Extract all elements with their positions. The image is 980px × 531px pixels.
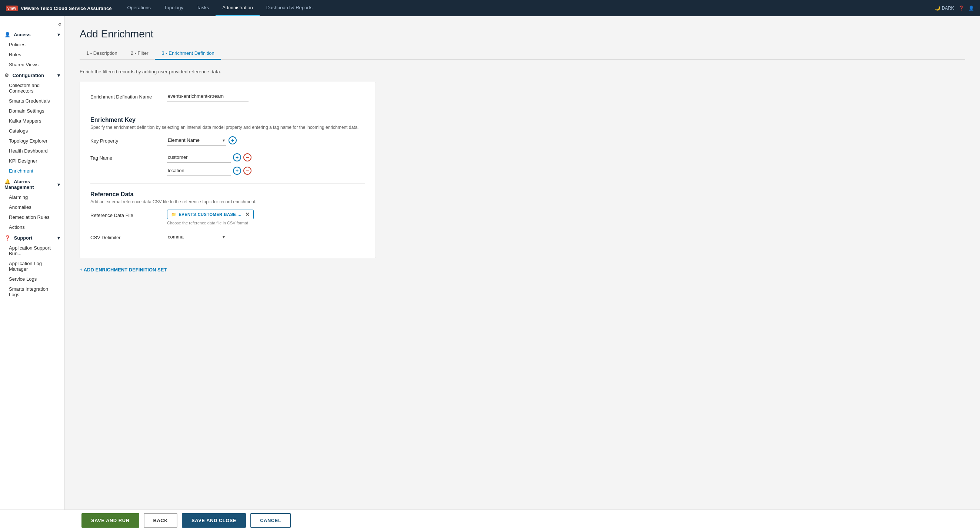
- dark-mode-toggle[interactable]: 🌙 DARK: [935, 6, 954, 11]
- sidebar-item-alarming[interactable]: Alarming: [0, 192, 64, 202]
- wizard-tabs: 1 - Description 2 - Filter 3 - Enrichmen…: [80, 48, 965, 60]
- back-button[interactable]: BACK: [144, 513, 178, 528]
- file-hint-text: Choose the reference data file in CSV fo…: [167, 221, 254, 225]
- sidebar-item-app-log-manager[interactable]: Application Log Manager: [0, 259, 64, 274]
- enrichment-key-desc: Specify the enrichment definition by sel…: [91, 125, 365, 130]
- config-chevron: ▾: [57, 73, 60, 78]
- top-navigation: vmw VMware Telco Cloud Service Assurance…: [0, 0, 980, 16]
- sidebar-item-health-dashboard[interactable]: Health Dashboard: [0, 146, 64, 156]
- key-property-select[interactable]: Element Name Element Type Source Severit…: [167, 135, 226, 146]
- reference-data-file-row: Reference Data File 📁 EVENTS-CUSTOMER-BA…: [91, 210, 365, 225]
- sidebar-item-topology-explorer[interactable]: Topology Explorer: [0, 136, 64, 146]
- sidebar-section-access[interactable]: 👤 Access ▾: [0, 29, 64, 40]
- tag-name-input-2[interactable]: [167, 165, 231, 176]
- sidebar-item-collectors[interactable]: Collectors and Connectors: [0, 80, 64, 96]
- support-chevron: ▾: [57, 235, 60, 241]
- file-chip-close-icon[interactable]: ✕: [245, 211, 250, 217]
- cancel-button[interactable]: CANCEL: [250, 513, 291, 528]
- tab-enrichment-definition[interactable]: 3 - Enrichment Definition: [155, 48, 221, 60]
- alarms-icon: 🔔: [5, 179, 10, 184]
- tab-filter[interactable]: 2 - Filter: [124, 48, 155, 60]
- remove-tag-name-button-1[interactable]: −: [243, 153, 251, 161]
- config-icon: ⚙: [5, 73, 9, 78]
- tag-name-row: Tag Name + − + −: [91, 152, 365, 176]
- sidebar-item-remediation-rules[interactable]: Remediation Rules: [0, 212, 64, 222]
- sidebar-item-shared-views[interactable]: Shared Views: [0, 60, 64, 70]
- main-layout: « 👤 Access ▾ Policies Roles Shared Views…: [0, 16, 980, 531]
- tab-description-text: Enrich the filtered records by adding us…: [80, 69, 965, 75]
- file-name: EVENTS-CUSTOMER-BASE-...: [179, 212, 242, 216]
- sidebar-item-kpi-designer[interactable]: KPI Designer: [0, 156, 64, 166]
- nav-links: Operations Topology Tasks Administration…: [120, 0, 934, 16]
- nav-operations[interactable]: Operations: [120, 0, 158, 16]
- main-content: Add Enrichment 1 - Description 2 - Filte…: [65, 16, 980, 531]
- save-and-run-button[interactable]: SAVE AND RUN: [81, 513, 139, 528]
- sidebar-item-enrichment[interactable]: Enrichment: [0, 166, 64, 176]
- nav-dashboard-reports[interactable]: Dashboard & Reports: [259, 0, 319, 16]
- reference-data-file-field: 📁 EVENTS-CUSTOMER-BASE-... ✕ Choose the …: [167, 210, 254, 225]
- tag-name-label: Tag Name: [91, 152, 162, 161]
- sidebar-section-support[interactable]: ❓ Support ▾: [0, 232, 64, 243]
- key-property-label: Key Property: [91, 135, 162, 144]
- support-icon: ❓: [5, 235, 10, 241]
- save-and-close-button[interactable]: SAVE AND CLOSE: [182, 513, 246, 528]
- app-name: VMware Telco Cloud Service Assurance: [21, 6, 112, 11]
- dark-label: DARK: [942, 6, 954, 11]
- file-chip[interactable]: 📁 EVENTS-CUSTOMER-BASE-... ✕: [167, 210, 254, 219]
- access-chevron: ▾: [57, 32, 60, 37]
- access-icon: 👤: [5, 32, 10, 37]
- help-icon[interactable]: ❓: [959, 6, 964, 11]
- sidebar: « 👤 Access ▾ Policies Roles Shared Views…: [0, 16, 65, 531]
- sidebar-item-kafka-mappers[interactable]: Kafka Mappers: [0, 116, 64, 126]
- tag-name-row-2: + −: [167, 165, 251, 176]
- add-tag-name-button-1[interactable]: +: [233, 153, 241, 161]
- sidebar-section-alarms[interactable]: 🔔 Alarms Management ▾: [0, 176, 64, 192]
- sidebar-section-configuration[interactable]: ⚙ Configuration ▾: [0, 70, 64, 80]
- sidebar-item-smarts-integration-logs[interactable]: Smarts Integration Logs: [0, 284, 64, 300]
- nav-topology[interactable]: Topology: [158, 0, 190, 16]
- alarms-chevron: ▾: [57, 182, 60, 188]
- sidebar-item-catalogs[interactable]: Catalogs: [0, 126, 64, 136]
- user-icon[interactable]: 👤: [969, 6, 974, 11]
- enrichment-key-title: Enrichment Key: [91, 117, 365, 123]
- sidebar-item-actions[interactable]: Actions: [0, 222, 64, 232]
- access-label: Access: [14, 32, 31, 37]
- key-property-field: Element Name Element Type Source Severit…: [167, 135, 237, 146]
- remove-tag-name-button-2[interactable]: −: [243, 167, 251, 175]
- config-label: Configuration: [13, 73, 44, 78]
- enrichment-def-name-row: Enrichment Defination Name: [91, 91, 365, 102]
- form-card: Enrichment Defination Name Enrichment Ke…: [80, 82, 376, 258]
- brand-logo: vmw VMware Telco Cloud Service Assurance: [6, 6, 111, 11]
- enrichment-def-name-input[interactable]: [167, 91, 248, 102]
- reference-data-desc: Add an external reference data CSV file …: [91, 199, 365, 204]
- divider-1: [91, 109, 365, 109]
- csv-delimiter-row: CSV Delimiter comma semicolon tab pipe: [91, 232, 365, 242]
- tag-name-input-1[interactable]: [167, 152, 231, 162]
- add-tag-name-button-2[interactable]: +: [233, 167, 241, 175]
- enrichment-def-name-label: Enrichment Defination Name: [91, 91, 162, 100]
- sidebar-item-smarts-credentials[interactable]: Smarts Credentials: [0, 96, 64, 106]
- add-enrichment-definition-set-link[interactable]: + ADD ENRICHMENT DEFINITION SET: [80, 267, 167, 272]
- nav-administration[interactable]: Administration: [216, 0, 259, 16]
- sidebar-item-domain-settings[interactable]: Domain Settings: [0, 106, 64, 116]
- divider-2: [91, 183, 365, 184]
- nav-tasks[interactable]: Tasks: [190, 0, 216, 16]
- topnav-right: 🌙 DARK ❓ 👤: [935, 6, 974, 11]
- csv-delimiter-select-wrapper: comma semicolon tab pipe: [167, 232, 226, 242]
- tab-description[interactable]: 1 - Description: [80, 48, 124, 60]
- sidebar-item-service-logs[interactable]: Service Logs: [0, 274, 64, 284]
- sidebar-item-anomalies[interactable]: Anomalies: [0, 202, 64, 212]
- tag-name-row-1: + −: [167, 152, 251, 162]
- tag-name-fields: + − + −: [167, 152, 251, 176]
- reference-data-file-label: Reference Data File: [91, 210, 162, 218]
- csv-delimiter-select[interactable]: comma semicolon tab pipe: [167, 232, 226, 242]
- sidebar-collapse-btn[interactable]: «: [0, 19, 64, 29]
- page-title: Add Enrichment: [80, 28, 965, 40]
- sidebar-item-app-support[interactable]: Application Support Bun...: [0, 243, 64, 259]
- sidebar-item-roles[interactable]: Roles: [0, 49, 64, 60]
- sidebar-item-policies[interactable]: Policies: [0, 40, 64, 49]
- reference-data-title: Reference Data: [91, 191, 365, 198]
- add-key-property-button[interactable]: +: [229, 136, 237, 145]
- moon-icon: 🌙: [935, 6, 940, 11]
- support-label: Support: [14, 235, 33, 241]
